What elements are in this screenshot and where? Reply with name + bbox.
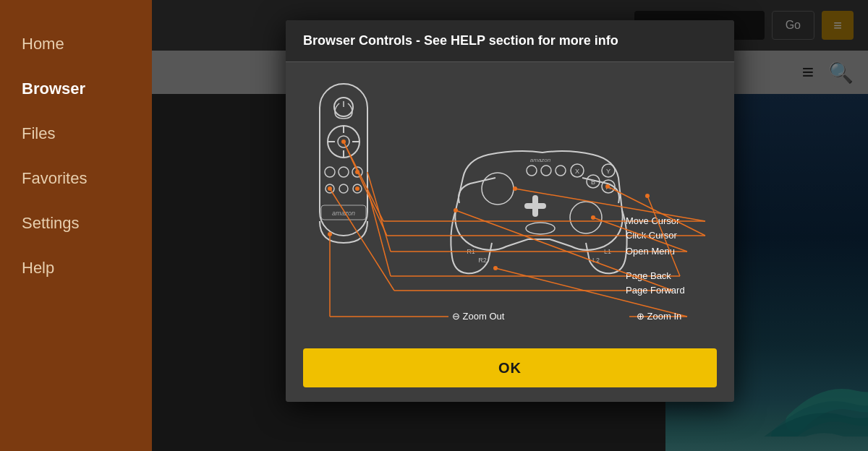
svg-point-29: [541, 166, 551, 176]
svg-point-16: [482, 173, 514, 205]
sidebar-item-help[interactable]: Help: [0, 246, 152, 291]
sidebar-item-home[interactable]: Home: [0, 22, 152, 66]
svg-point-73: [493, 266, 498, 270]
modal-body: amazon: [286, 62, 734, 337]
svg-line-61: [367, 189, 391, 276]
sidebar: Home Browser Files Favorites Settings He…: [0, 0, 152, 451]
sidebar-item-favorites[interactable]: Favorites: [0, 156, 152, 201]
svg-line-54: [367, 172, 391, 252]
sidebar-item-browser[interactable]: Browser: [0, 66, 152, 111]
modal-overlay: Browser Controls - See HELP section for …: [152, 0, 868, 451]
svg-point-55: [355, 170, 359, 174]
svg-point-8: [325, 167, 335, 177]
svg-point-69: [328, 186, 332, 191]
svg-point-39: [513, 186, 517, 191]
svg-point-59: [645, 194, 650, 198]
svg-point-62: [355, 186, 359, 191]
svg-point-30: [556, 166, 566, 176]
svg-text:Open Menu: Open Menu: [626, 246, 675, 257]
ok-button[interactable]: OK: [303, 348, 717, 387]
svg-text:Y: Y: [606, 168, 610, 175]
modal-header: Browser Controls - See HELP section for …: [286, 20, 734, 62]
modal-title: Browser Controls - See HELP section for …: [303, 33, 618, 48]
svg-point-52: [591, 215, 595, 220]
svg-point-77: [328, 232, 332, 236]
modal-footer: OK: [286, 337, 734, 402]
sidebar-item-settings[interactable]: Settings: [0, 201, 152, 246]
svg-text:X: X: [575, 168, 579, 175]
svg-point-66: [454, 208, 458, 212]
svg-point-28: [527, 166, 537, 176]
svg-point-17: [570, 202, 602, 233]
svg-point-36: [526, 223, 555, 234]
diagram-svg: amazon: [304, 77, 716, 322]
controller-diagram: amazon: [304, 77, 716, 322]
sidebar-item-files[interactable]: Files: [0, 111, 152, 156]
svg-text:Move Cursor: Move Cursor: [626, 215, 680, 226]
svg-point-46: [605, 184, 610, 189]
modal-dialog: Browser Controls - See HELP section for …: [286, 20, 734, 402]
svg-text:⊖ Zoom Out: ⊖ Zoom Out: [452, 311, 505, 322]
svg-text:R2: R2: [478, 257, 487, 264]
main-area: Go ≡ ≡ 🔍 Browser Controls - See HELP sec…: [152, 0, 868, 451]
svg-point-12: [339, 184, 348, 193]
svg-text:amazon: amazon: [530, 157, 551, 163]
svg-text:⊕ Zoom In: ⊕ Zoom In: [637, 311, 681, 322]
svg-text:Page Forward: Page Forward: [626, 285, 685, 296]
svg-line-68: [330, 189, 394, 291]
svg-point-9: [339, 167, 349, 177]
